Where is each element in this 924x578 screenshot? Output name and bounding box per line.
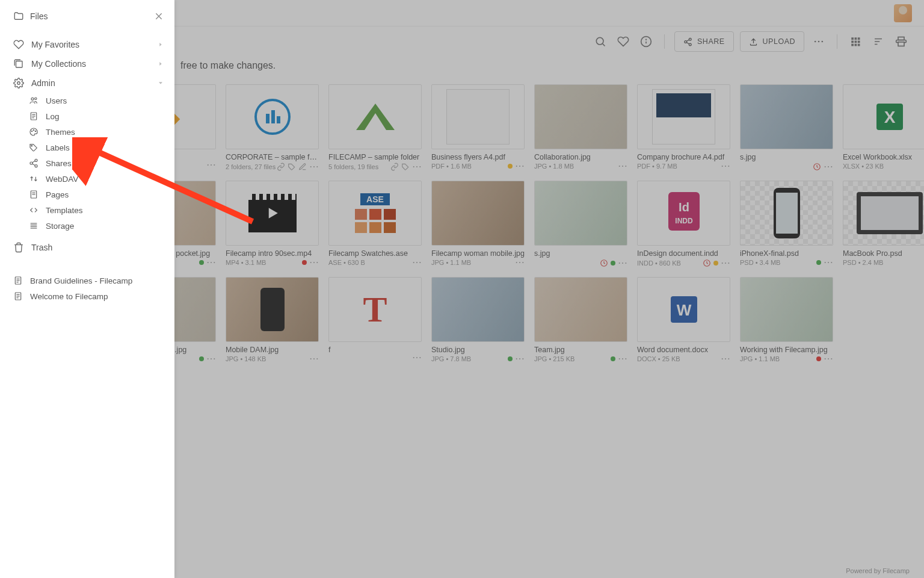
sidebar-item-trash[interactable]: Trash bbox=[0, 240, 174, 257]
svg-point-58 bbox=[35, 159, 37, 161]
chevron-right-icon bbox=[158, 61, 164, 67]
sub-label: Themes bbox=[46, 128, 75, 137]
sidebar-sub-themes[interactable]: Themes bbox=[0, 124, 174, 140]
svg-point-48 bbox=[31, 98, 34, 100]
sub-label: Templates bbox=[46, 206, 83, 215]
svg-point-59 bbox=[30, 162, 32, 164]
sub-label: Log bbox=[46, 112, 60, 121]
sidebar-sub-labels[interactable]: Labels bbox=[0, 140, 174, 155]
sidebar-item-favorites[interactable]: My Favorites bbox=[0, 35, 174, 54]
gear-icon bbox=[13, 78, 24, 89]
sub-label: Labels bbox=[46, 143, 70, 152]
sidebar-sub-log[interactable]: Log bbox=[0, 108, 174, 124]
sidebar-label: Trash bbox=[31, 243, 52, 252]
page-icon bbox=[13, 276, 23, 285]
trash-icon bbox=[13, 242, 24, 253]
users-icon bbox=[29, 96, 38, 105]
sidebar-sub-templates[interactable]: Templates bbox=[0, 202, 174, 218]
svg-point-57 bbox=[31, 145, 32, 146]
folder-icon bbox=[13, 11, 24, 22]
close-icon[interactable] bbox=[154, 11, 164, 21]
storage-icon bbox=[29, 221, 38, 231]
sidebar-sub-shares[interactable]: Shares bbox=[0, 155, 174, 171]
svg-point-49 bbox=[35, 98, 37, 99]
webdav-icon bbox=[29, 174, 38, 184]
heart-icon bbox=[13, 39, 24, 50]
log-icon bbox=[29, 111, 38, 121]
sub-label: WebDAV bbox=[46, 175, 78, 184]
collections-icon bbox=[13, 58, 24, 69]
page-icon bbox=[29, 190, 38, 199]
svg-point-54 bbox=[31, 131, 32, 131]
svg-point-55 bbox=[33, 129, 34, 130]
sidebar-label: My Collections bbox=[31, 59, 86, 69]
page-label: Welcome to Filecamp bbox=[30, 292, 108, 301]
chevron-down-icon bbox=[158, 80, 164, 86]
chevron-right-icon bbox=[158, 42, 164, 48]
svg-point-56 bbox=[35, 131, 35, 131]
svg-point-47 bbox=[17, 82, 20, 85]
sub-label: Users bbox=[46, 96, 67, 105]
sidebar-sub-webdav[interactable]: WebDAV bbox=[0, 171, 174, 187]
page-icon bbox=[13, 291, 23, 301]
sidebar-panel: Files My Favorites My Collections Admin bbox=[0, 0, 174, 578]
svg-rect-46 bbox=[16, 61, 23, 68]
sub-label: Shares bbox=[46, 159, 72, 168]
palette-icon bbox=[29, 127, 38, 137]
svg-line-62 bbox=[32, 164, 35, 166]
sidebar-sub-users[interactable]: Users bbox=[0, 93, 174, 108]
tag-icon bbox=[29, 143, 38, 152]
sidebar-item-collections[interactable]: My Collections bbox=[0, 54, 174, 73]
sidebar-sub-storage[interactable]: Storage bbox=[0, 218, 174, 234]
sidebar-sub-pages[interactable]: Pages bbox=[0, 187, 174, 202]
share-icon bbox=[29, 158, 38, 168]
sidebar-page-link[interactable]: Welcome to Filecamp bbox=[0, 288, 174, 304]
sub-label: Storage bbox=[46, 222, 74, 231]
sidebar-item-admin[interactable]: Admin bbox=[0, 73, 174, 93]
sidebar-title: Files bbox=[30, 11, 48, 21]
sidebar-header: Files bbox=[0, 8, 174, 29]
sidebar-label: Admin bbox=[31, 78, 55, 88]
code-icon bbox=[29, 205, 38, 215]
svg-point-60 bbox=[35, 165, 37, 167]
svg-line-61 bbox=[32, 161, 35, 163]
sub-label: Pages bbox=[46, 190, 69, 199]
sidebar-label: My Favorites bbox=[31, 40, 79, 49]
sidebar-page-link[interactable]: Brand Guidelines - Filecamp bbox=[0, 273, 174, 288]
page-label: Brand Guidelines - Filecamp bbox=[30, 276, 132, 285]
